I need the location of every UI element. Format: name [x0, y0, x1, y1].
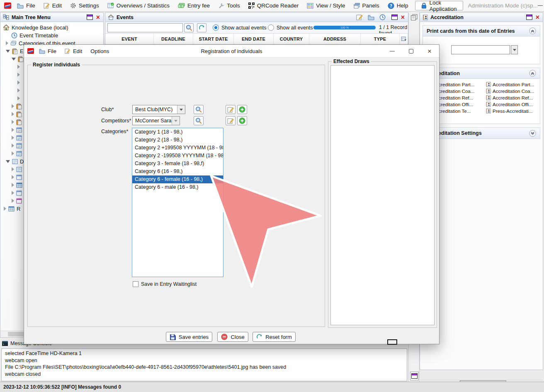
club-add-button[interactable]: [237, 105, 247, 114]
chevron-up-icon[interactable]: [529, 70, 536, 77]
expand-arrow-icon[interactable]: [12, 175, 14, 179]
edit-form-icon[interactable]: [356, 14, 363, 20]
radio-show-all-events[interactable]: Show all events: [268, 24, 313, 31]
expand-arrow-icon[interactable]: [12, 167, 14, 171]
accreditation-item[interactable]: Accreditation Coa...: [486, 88, 542, 94]
menu-entry-fee[interactable]: Entry fee: [174, 0, 214, 11]
dialog-maximize-button[interactable]: [409, 49, 413, 54]
chevron-down-icon[interactable]: [529, 130, 536, 137]
expand-arrow-icon[interactable]: [17, 96, 20, 100]
expand-arrow-icon[interactable]: [17, 65, 20, 69]
save-entries-button[interactable]: Save entries: [166, 332, 212, 342]
folder-icon[interactable]: [368, 15, 374, 20]
club-dropdown-button[interactable]: [177, 105, 185, 114]
lock-application-button[interactable]: Lock Application: [415, 1, 463, 10]
category-option[interactable]: Category 3 - female (18 - 98,f): [132, 160, 223, 168]
tree-item[interactable]: [12, 126, 24, 134]
radio-icon[interactable]: [213, 24, 219, 31]
club-combobox[interactable]: Best Club(MYC): [132, 105, 185, 114]
accreditation-item[interactable]: Press-Accreditati...: [486, 108, 542, 114]
tree-item[interactable]: [17, 71, 22, 78]
menu-tools[interactable]: Tools: [214, 0, 244, 11]
competitors-add-button[interactable]: [237, 116, 247, 125]
menu-settings[interactable]: Settings: [66, 0, 103, 11]
category-option[interactable]: Category 6 - male (16 - 98,): [132, 183, 223, 191]
expand-arrow-icon[interactable]: [12, 128, 14, 132]
reset-form-button[interactable]: Reset form: [253, 332, 296, 342]
events-close-icon[interactable]: ×: [400, 14, 406, 21]
console-log-area[interactable]: selected FaceTime HD-Kamera 1 webcam ope…: [1, 348, 407, 381]
column-chooser-icon[interactable]: [400, 34, 408, 44]
dialog-title-bar[interactable]: File Edit Options Registration of indivi…: [24, 45, 439, 58]
close-dialog-button[interactable]: Close: [217, 332, 248, 342]
tree-item-knowledge-base[interactable]: Knowledge Base (local): [3, 24, 68, 31]
tree-item[interactable]: [12, 189, 24, 197]
clock-icon[interactable]: [379, 14, 386, 20]
expand-arrow-icon[interactable]: [12, 151, 14, 156]
accreditation-close-icon[interactable]: ×: [535, 14, 540, 21]
category-option[interactable]: Category 6 (16 - 98,): [132, 168, 223, 175]
column-start-date[interactable]: START DATE: [193, 34, 234, 44]
tree-item[interactable]: [12, 142, 24, 149]
dialog-minimize-button[interactable]: [390, 51, 395, 51]
tree-item[interactable]: [12, 181, 24, 189]
tree-item[interactable]: [12, 134, 24, 141]
dialog-menu-edit[interactable]: Edit: [61, 46, 85, 56]
tree-item[interactable]: [12, 173, 24, 181]
expand-arrow-icon[interactable]: [12, 136, 14, 140]
menu-help[interactable]: ? Help: [384, 0, 413, 11]
dialog-close-button[interactable]: ×: [427, 48, 432, 55]
radio-show-actual-events[interactable]: Show actual events: [213, 24, 266, 31]
expand-arrow-icon[interactable]: [12, 191, 14, 195]
tree-item[interactable]: [17, 63, 22, 71]
expand-arrow-icon[interactable]: [12, 199, 14, 203]
stacked-pages-icon[interactable]: [410, 14, 418, 20]
category-option[interactable]: Category 2 (18 - 98,): [132, 136, 223, 144]
refresh-button[interactable]: [197, 23, 206, 32]
tree-item[interactable]: [12, 102, 24, 110]
tree-item[interactable]: [17, 79, 22, 86]
expand-arrow-icon[interactable]: [17, 80, 20, 85]
column-event[interactable]: EVENT: [105, 34, 154, 44]
club-search-button[interactable]: [194, 105, 204, 114]
dialog-menu-file[interactable]: File: [36, 46, 60, 56]
tree-item[interactable]: [17, 95, 22, 102]
waitlist-checkbox[interactable]: [133, 281, 138, 287]
expand-arrow-icon[interactable]: [12, 104, 14, 108]
print-date-dropdown-button[interactable]: [511, 45, 518, 54]
competitors-combobox[interactable]: McConner Sara: [132, 116, 180, 125]
expand-arrow-icon[interactable]: [12, 183, 14, 187]
menu-file[interactable]: File: [13, 0, 39, 11]
competitors-search-button[interactable]: [194, 116, 204, 125]
column-end-date[interactable]: END DATE: [234, 34, 274, 44]
menu-edit[interactable]: Edit: [39, 0, 66, 11]
menu-view-style[interactable]: View / Style: [303, 0, 349, 11]
accreditation-item[interactable]: Accreditation Part...: [486, 81, 542, 88]
category-option-selected[interactable]: Category 6 - female (16 - 98,): [132, 175, 223, 183]
category-option[interactable]: Category 2 -199508 YYYYMM (18 - 98,): [132, 152, 223, 160]
competitors-edit-button[interactable]: [226, 116, 236, 125]
expand-arrow-icon[interactable]: [12, 112, 14, 116]
accreditation-item[interactable]: Accreditation Offi...: [486, 101, 542, 107]
club-edit-button[interactable]: [226, 105, 236, 114]
print-date-input[interactable]: [451, 45, 510, 54]
events-maximize-icon[interactable]: [391, 15, 398, 20]
dialog-menu-options[interactable]: Options: [87, 46, 112, 56]
expand-arrow-icon[interactable]: [4, 207, 6, 211]
tree-item-d[interactable]: D: [6, 158, 24, 165]
tree-item-r[interactable]: R: [4, 205, 20, 212]
collapse-arrow-icon[interactable]: [6, 50, 10, 53]
tree-item[interactable]: [17, 87, 22, 94]
effected-draws-list[interactable]: [330, 65, 435, 325]
expand-arrow-icon[interactable]: [6, 41, 8, 45]
menu-qrcode[interactable]: QRCode Reader: [244, 0, 303, 11]
tree-close-icon[interactable]: ×: [95, 14, 101, 21]
expand-arrow-icon[interactable]: [17, 88, 20, 93]
radio-icon[interactable]: [268, 24, 274, 31]
tree-item[interactable]: [12, 150, 24, 157]
competitors-dropdown-button[interactable]: [172, 117, 180, 125]
tree-item-entries[interactable]: E: [6, 47, 24, 55]
menu-panels[interactable]: Panels: [350, 0, 384, 11]
chevron-up-icon[interactable]: [529, 27, 536, 34]
collapse-arrow-icon[interactable]: [6, 160, 10, 163]
